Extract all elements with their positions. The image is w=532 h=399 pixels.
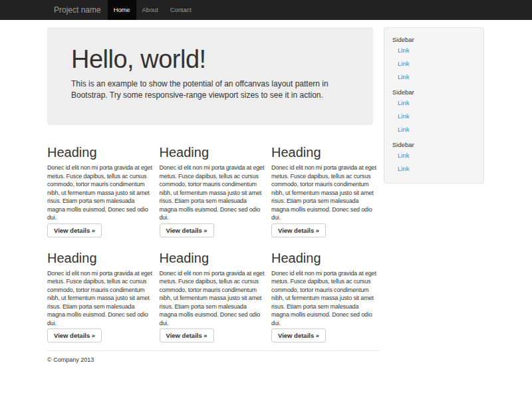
card-heading: Heading: [271, 145, 380, 160]
footer-divider: [47, 350, 380, 351]
cards-row-2: Heading Donec id elit non mi porta gravi…: [47, 237, 380, 343]
nav-item-about[interactable]: About: [136, 0, 164, 20]
sidebar-group-title: Sidebar: [392, 141, 475, 148]
sidebar-link[interactable]: Link: [398, 70, 475, 83]
card: Heading Donec id elit non mi porta gravi…: [271, 132, 380, 237]
view-details-button[interactable]: View details »: [47, 223, 102, 237]
card-body-text: Donec id elit non mi porta gravida at eg…: [160, 164, 268, 222]
sidebar-link[interactable]: Link: [398, 148, 475, 162]
card-heading: Heading: [47, 145, 156, 160]
sidebar-group-title: Sidebar: [392, 36, 475, 43]
sidebar-link[interactable]: Link: [398, 109, 475, 122]
nav-item-contact[interactable]: Contact: [164, 0, 198, 20]
sidebar-link[interactable]: Link: [398, 122, 475, 136]
jumbotron: Hello, world! This is an example to show…: [47, 27, 373, 125]
card: Heading Donec id elit non mi porta gravi…: [47, 132, 156, 237]
card: Heading Donec id elit non mi porta gravi…: [47, 237, 156, 343]
navbar-brand[interactable]: Project name: [47, 0, 108, 20]
view-details-button[interactable]: View details »: [160, 223, 214, 237]
sidebar-link[interactable]: Link: [398, 162, 475, 175]
view-details-button[interactable]: View details »: [160, 329, 214, 342]
footer: © Company 2013: [47, 350, 380, 363]
card-body-text: Donec id elit non mi porta gravida at eg…: [271, 269, 380, 328]
card: Heading Donec id elit non mi porta gravi…: [160, 237, 268, 343]
sidebar-group-title: Sidebar: [392, 88, 475, 96]
view-details-button[interactable]: View details »: [271, 329, 326, 342]
card: Heading Donec id elit non mi porta gravi…: [160, 132, 268, 237]
main-content: Hello, world! This is an example to show…: [47, 20, 380, 363]
sidebar-link[interactable]: Link: [398, 57, 475, 70]
sidebar-link[interactable]: Link: [398, 96, 475, 109]
view-details-button[interactable]: View details »: [47, 329, 102, 342]
card: Heading Donec id elit non mi porta gravi…: [271, 237, 380, 343]
navbar-menu: Home About Contact: [108, 0, 198, 20]
card-heading: Heading: [47, 251, 156, 265]
sidebar-panel: Sidebar Link Link Link Sidebar Link Link…: [384, 27, 484, 184]
card-body-text: Donec id elit non mi porta gravida at eg…: [47, 164, 156, 222]
sidebar-link[interactable]: Link: [398, 43, 475, 57]
copyright-text: © Company 2013: [47, 356, 380, 363]
card-body-text: Donec id elit non mi porta gravida at eg…: [160, 269, 268, 328]
card-body-text: Donec id elit non mi porta gravida at eg…: [47, 269, 156, 328]
cards-row-1: Heading Donec id elit non mi porta gravi…: [47, 132, 380, 237]
card-heading: Heading: [271, 251, 380, 265]
card-heading: Heading: [160, 251, 268, 265]
jumbotron-title: Hello, world!: [71, 45, 349, 74]
nav-item-home[interactable]: Home: [108, 0, 136, 20]
card-body-text: Donec id elit non mi porta gravida at eg…: [271, 164, 380, 222]
jumbotron-description: This is an example to show the potential…: [71, 78, 349, 101]
navbar: Project name Home About Contact: [0, 0, 532, 20]
page-container: Hello, world! This is an example to show…: [47, 20, 485, 363]
view-details-button[interactable]: View details »: [271, 223, 326, 237]
card-heading: Heading: [160, 145, 268, 160]
